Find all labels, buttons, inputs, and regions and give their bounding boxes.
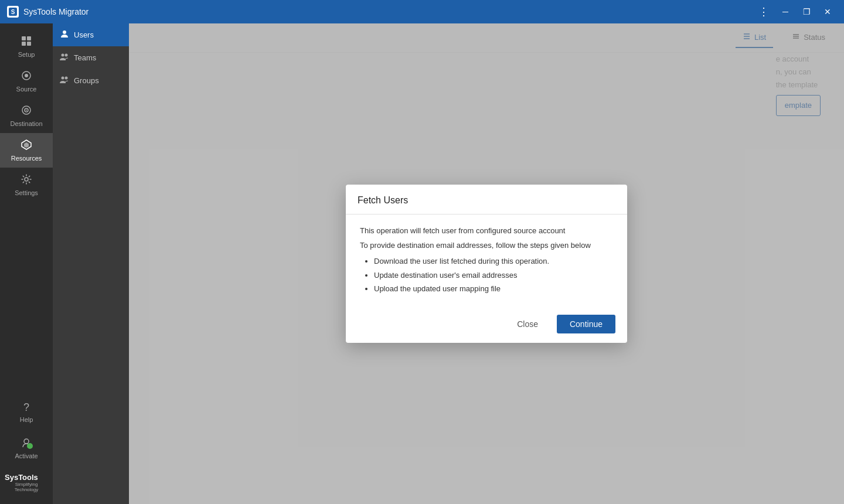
dialog-step-3: Upload the updated user mapping file (374, 282, 613, 295)
svg-text:S: S (11, 9, 15, 15)
svg-point-13 (25, 178, 28, 181)
svg-rect-5 (27, 42, 31, 46)
sidebar-item-source-label: Source (16, 86, 37, 93)
source-icon (21, 70, 32, 83)
svg-point-18 (62, 77, 64, 80)
settings-icon (21, 173, 32, 187)
svg-point-17 (65, 54, 68, 57)
main-layout: Setup Source Destination Resources Setti… (0, 23, 844, 504)
sidebar-help-button[interactable]: ? Help (0, 396, 53, 429)
close-button[interactable]: ✕ (818, 4, 837, 20)
sidebar-item-destination[interactable]: Destination (0, 98, 53, 133)
resources-icon (21, 139, 32, 152)
sidebar-activate-label: Activate (15, 452, 38, 459)
titlebar-controls: ⋮ ─ ❐ ✕ (758, 4, 837, 20)
dialog-step-2: Update destination user's email addresse… (374, 268, 613, 282)
sidebar: Setup Source Destination Resources Setti… (0, 23, 53, 504)
dialog-title: Fetch Users (358, 195, 408, 205)
svg-point-15 (63, 30, 66, 34)
dialog-step-1: Download the user list fetched during th… (374, 254, 613, 268)
sidebar-help-label: Help (20, 416, 33, 423)
secondary-item-users[interactable]: Users (53, 23, 129, 46)
sidebar-item-resources-label: Resources (11, 155, 42, 162)
maximize-button[interactable]: ❐ (797, 4, 816, 20)
sidebar-activate-button[interactable]: Activate (0, 429, 53, 465)
groups-icon (60, 75, 69, 86)
svg-point-14 (24, 439, 29, 444)
secondary-item-teams-label: Teams (74, 53, 96, 62)
dialog-steps-list: Download the user list fetched during th… (360, 254, 613, 295)
sidebar-item-settings-label: Settings (15, 189, 38, 196)
setup-icon (21, 35, 32, 49)
sidebar-item-destination-label: Destination (10, 120, 42, 127)
dialog-steps-intro: To provide destination email addresses, … (360, 241, 613, 250)
secondary-item-groups-label: Groups (74, 76, 99, 85)
activate-status-dot (27, 443, 33, 449)
users-icon (60, 29, 69, 40)
content-area: List Status e account n, you can the tem… (129, 23, 844, 504)
minimize-button[interactable]: ─ (776, 4, 795, 20)
close-dialog-button[interactable]: Close (504, 315, 551, 333)
dialog-footer: Close Continue (346, 308, 627, 343)
svg-rect-3 (27, 36, 31, 40)
continue-button[interactable]: Continue (557, 315, 615, 333)
systools-logo: SysTools Simplifying Technology (0, 468, 53, 498)
secondary-sidebar: Users Teams Groups (53, 23, 129, 504)
titlebar-left: S SysTools Migrator (7, 6, 89, 18)
svg-point-19 (65, 77, 68, 80)
app-title: SysTools Migrator (23, 7, 89, 16)
dialog-header: Fetch Users (346, 185, 627, 214)
sidebar-item-resources[interactable]: Resources (0, 133, 53, 168)
titlebar: S SysTools Migrator ⋮ ─ ❐ ✕ (0, 0, 844, 23)
svg-rect-2 (22, 36, 26, 40)
destination-icon (21, 104, 32, 118)
svg-point-10 (26, 110, 27, 111)
brand-name: SysTools (5, 474, 48, 482)
svg-point-7 (25, 74, 28, 77)
secondary-item-teams[interactable]: Teams (53, 46, 129, 69)
titlebar-menu-icon[interactable]: ⋮ (758, 5, 769, 18)
dialog-description: This operation will fetch user from conf… (360, 226, 613, 235)
sidebar-item-source[interactable]: Source (0, 64, 53, 98)
app-icon: S (7, 6, 19, 18)
sidebar-item-setup[interactable]: Setup (0, 29, 53, 64)
secondary-item-groups[interactable]: Groups (53, 69, 129, 92)
sidebar-item-settings[interactable]: Settings (0, 168, 53, 202)
activate-icon-wrap (19, 435, 34, 450)
help-icon: ? (23, 401, 29, 414)
svg-marker-12 (24, 142, 29, 148)
secondary-item-users-label: Users (74, 30, 94, 39)
modal-overlay: Fetch Users This operation will fetch us… (129, 23, 844, 504)
sidebar-item-setup-label: Setup (18, 51, 35, 58)
teams-icon (60, 52, 69, 63)
brand-sub: Simplifying Technology (5, 482, 48, 492)
svg-point-16 (62, 54, 64, 57)
dialog-body: This operation will fetch user from conf… (346, 214, 627, 307)
fetch-users-dialog: Fetch Users This operation will fetch us… (346, 185, 627, 342)
sidebar-bottom: ? Help Activate SysTools Simplifying Tec… (0, 396, 53, 504)
svg-rect-4 (22, 42, 26, 46)
